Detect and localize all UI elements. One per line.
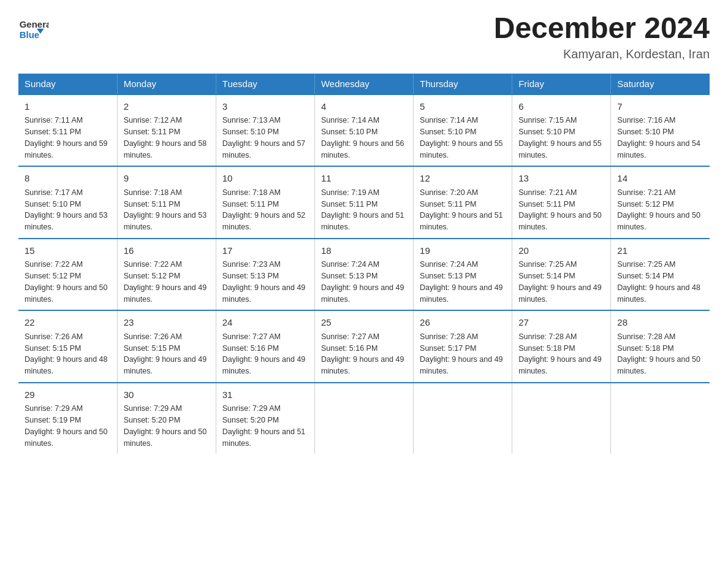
daylight-info: Daylight: 9 hours and 48 minutes. [25,355,108,375]
sunset-info: Sunset: 5:17 PM [420,344,476,353]
calendar-cell: 29Sunrise: 7:29 AMSunset: 5:19 PMDayligh… [18,383,117,454]
day-number: 26 [420,316,506,330]
calendar-cell: 14Sunrise: 7:21 AMSunset: 5:12 PMDayligh… [611,166,710,239]
sunrise-info: Sunrise: 7:22 AM [124,260,182,269]
sunrise-info: Sunrise: 7:18 AM [124,188,182,197]
day-number: 16 [124,244,210,258]
sunrise-info: Sunrise: 7:25 AM [617,260,675,269]
sunrise-info: Sunrise: 7:24 AM [321,260,379,269]
calendar-cell: 12Sunrise: 7:20 AMSunset: 5:11 PMDayligh… [414,166,512,239]
sunrise-info: Sunrise: 7:14 AM [420,116,478,124]
daylight-info: Daylight: 9 hours and 51 minutes. [321,211,404,231]
sunrise-info: Sunrise: 7:13 AM [222,116,281,124]
calendar-cell: 8Sunrise: 7:17 AMSunset: 5:10 PMDaylight… [18,166,117,239]
calendar-cell: 1Sunrise: 7:11 AMSunset: 5:11 PMDaylight… [18,94,117,167]
sunrise-info: Sunrise: 7:26 AM [124,332,182,341]
header-sunday: Sunday [18,74,117,94]
daylight-info: Daylight: 9 hours and 49 minutes. [321,283,404,304]
calendar-cell [512,383,611,454]
daylight-info: Daylight: 9 hours and 49 minutes. [518,355,602,375]
daylight-info: Daylight: 9 hours and 49 minutes. [420,355,503,375]
day-number: 8 [25,172,111,186]
day-number: 4 [321,100,407,114]
daylight-info: Daylight: 9 hours and 50 minutes. [518,211,602,231]
sunset-info: Sunset: 5:10 PM [222,128,279,136]
sunset-info: Sunset: 5:13 PM [420,272,476,280]
calendar-cell: 7Sunrise: 7:16 AMSunset: 5:10 PMDaylight… [611,94,710,167]
day-number: 15 [25,244,111,258]
sunset-info: Sunset: 5:12 PM [124,272,180,280]
sunrise-info: Sunrise: 7:21 AM [518,188,577,197]
header-thursday: Thursday [414,74,512,94]
sunrise-info: Sunrise: 7:14 AM [321,116,379,124]
daylight-info: Daylight: 9 hours and 59 minutes. [25,139,108,159]
sunrise-info: Sunrise: 7:27 AM [222,332,281,341]
sunset-info: Sunset: 5:13 PM [222,272,279,280]
daylight-info: Daylight: 9 hours and 51 minutes. [222,427,306,448]
sunset-info: Sunset: 5:16 PM [321,344,377,353]
day-number: 5 [420,100,506,114]
sunrise-info: Sunrise: 7:25 AM [518,260,577,269]
location-subtitle: Kamyaran, Kordestan, Iran [494,47,710,61]
day-number: 11 [321,172,407,186]
day-number: 30 [124,388,210,402]
svg-text:Blue: Blue [20,29,40,40]
calendar-cell: 15Sunrise: 7:22 AMSunset: 5:12 PMDayligh… [18,239,117,311]
calendar-cell [611,383,710,454]
calendar-header-row: SundayMondayTuesdayWednesdayThursdayFrid… [18,74,710,94]
day-number: 17 [222,244,308,258]
day-number: 10 [222,172,308,186]
sunset-info: Sunset: 5:10 PM [518,128,575,136]
sunset-info: Sunset: 5:11 PM [25,128,81,136]
daylight-info: Daylight: 9 hours and 49 minutes. [222,283,306,304]
daylight-info: Daylight: 9 hours and 49 minutes. [124,355,207,375]
day-number: 28 [617,316,703,330]
sunset-info: Sunset: 5:14 PM [518,272,575,280]
sunset-info: Sunset: 5:15 PM [124,344,180,353]
day-number: 6 [518,100,604,114]
day-number: 1 [25,100,111,114]
calendar-cell: 13Sunrise: 7:21 AMSunset: 5:11 PMDayligh… [512,166,611,239]
day-number: 14 [617,172,703,186]
header-saturday: Saturday [611,74,710,94]
calendar-cell: 26Sunrise: 7:28 AMSunset: 5:17 PMDayligh… [414,310,512,383]
day-number: 21 [617,244,703,258]
sunset-info: Sunset: 5:11 PM [124,128,180,136]
calendar-cell: 20Sunrise: 7:25 AMSunset: 5:14 PMDayligh… [512,239,611,311]
sunset-info: Sunset: 5:20 PM [222,416,279,424]
logo: General Blue [18,12,51,43]
calendar-week-row: 8Sunrise: 7:17 AMSunset: 5:10 PMDaylight… [18,166,710,239]
day-number: 7 [617,100,703,114]
calendar-cell: 17Sunrise: 7:23 AMSunset: 5:13 PMDayligh… [216,239,314,311]
sunrise-info: Sunrise: 7:28 AM [518,332,577,341]
page-header: General Blue December 2024 Kamyaran, Kor… [18,12,710,61]
sunset-info: Sunset: 5:10 PM [25,200,81,209]
sunset-info: Sunset: 5:20 PM [124,416,180,424]
daylight-info: Daylight: 9 hours and 54 minutes. [617,139,700,159]
calendar-cell: 27Sunrise: 7:28 AMSunset: 5:18 PMDayligh… [512,310,611,383]
day-number: 9 [124,172,210,186]
calendar-week-row: 15Sunrise: 7:22 AMSunset: 5:12 PMDayligh… [18,239,710,311]
day-number: 12 [420,172,506,186]
calendar-cell: 30Sunrise: 7:29 AMSunset: 5:20 PMDayligh… [117,383,216,454]
day-number: 3 [222,100,308,114]
calendar-cell: 24Sunrise: 7:27 AMSunset: 5:16 PMDayligh… [216,310,314,383]
sunrise-info: Sunrise: 7:17 AM [25,188,83,197]
sunrise-info: Sunrise: 7:27 AM [321,332,379,341]
daylight-info: Daylight: 9 hours and 50 minutes. [617,211,700,231]
day-number: 24 [222,316,308,330]
calendar-cell: 23Sunrise: 7:26 AMSunset: 5:15 PMDayligh… [117,310,216,383]
svg-text:General: General [20,19,49,29]
daylight-info: Daylight: 9 hours and 49 minutes. [321,355,404,375]
day-number: 13 [518,172,604,186]
sunset-info: Sunset: 5:11 PM [321,200,377,209]
sunrise-info: Sunrise: 7:22 AM [25,260,83,269]
calendar-cell: 2Sunrise: 7:12 AMSunset: 5:11 PMDaylight… [117,94,216,167]
sunset-info: Sunset: 5:11 PM [518,200,575,209]
calendar-cell: 3Sunrise: 7:13 AMSunset: 5:10 PMDaylight… [216,94,314,167]
sunset-info: Sunset: 5:12 PM [25,272,81,280]
title-block: December 2024 Kamyaran, Kordestan, Iran [494,12,710,61]
sunrise-info: Sunrise: 7:29 AM [124,404,182,413]
sunrise-info: Sunrise: 7:21 AM [617,188,675,197]
sunrise-info: Sunrise: 7:18 AM [222,188,281,197]
